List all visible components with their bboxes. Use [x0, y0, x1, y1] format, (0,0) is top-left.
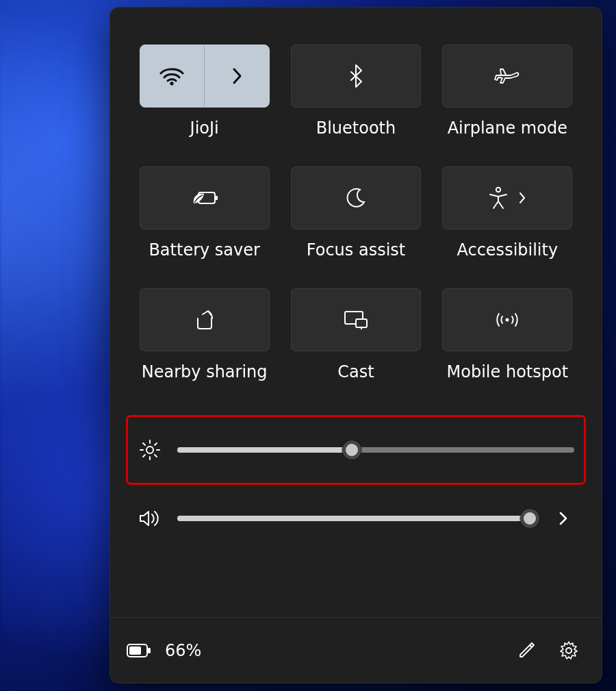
battery-percent-text: 66%	[165, 641, 201, 660]
svg-point-8	[146, 447, 153, 453]
wifi-label: JioJi	[190, 118, 219, 138]
wifi-expand-button[interactable]	[205, 45, 269, 107]
focus-assist-tile[interactable]	[291, 166, 421, 229]
quick-settings-panel: JioJi Bluetooth Airpla	[110, 7, 602, 683]
brightness-icon	[138, 439, 162, 461]
tile-wrap-accessibility: Accessibility	[441, 166, 574, 280]
nearby-sharing-tile[interactable]	[140, 288, 270, 351]
wifi-tile[interactable]	[140, 45, 270, 108]
svg-line-14	[155, 455, 157, 457]
nearby-sharing-label: Nearby sharing	[142, 362, 268, 381]
battery-saver-tile[interactable]	[140, 166, 270, 229]
brightness-slider-row	[127, 416, 585, 484]
mobile-hotspot-label: Mobile hotspot	[447, 362, 569, 381]
share-icon	[193, 309, 216, 331]
focus-assist-label: Focus assist	[307, 240, 405, 260]
tile-wrap-battery-saver: Battery saver	[138, 166, 271, 280]
leaf-battery-icon	[190, 188, 219, 208]
sliders-section	[110, 402, 602, 553]
battery-saver-label: Battery saver	[149, 240, 260, 260]
brightness-slider-fill	[177, 447, 352, 453]
settings-button[interactable]	[552, 634, 585, 667]
moon-icon	[345, 187, 367, 209]
accessibility-tile[interactable]	[442, 166, 572, 229]
svg-point-7	[506, 318, 509, 322]
cast-label: Cast	[337, 362, 374, 381]
svg-point-3	[496, 188, 500, 192]
tile-wrap-bluetooth: Bluetooth	[289, 45, 422, 158]
svg-rect-6	[361, 327, 362, 329]
tile-wrap-wifi: JioJi	[138, 45, 271, 158]
accessibility-label: Accessibility	[457, 240, 558, 260]
volume-slider[interactable]	[177, 516, 537, 521]
gear-icon	[559, 640, 579, 661]
svg-rect-19	[129, 646, 141, 655]
volume-slider-fill	[177, 516, 530, 521]
tile-wrap-airplane: Airplane mode	[441, 45, 574, 158]
volume-slider-row	[127, 484, 585, 553]
volume-icon	[138, 508, 162, 529]
tile-wrap-hotspot: Mobile hotspot	[441, 288, 574, 402]
cast-tile[interactable]	[291, 288, 421, 351]
wifi-icon	[159, 66, 185, 86]
mobile-hotspot-tile[interactable]	[442, 288, 572, 351]
tile-wrap-cast: Cast	[289, 288, 422, 402]
svg-rect-2	[215, 196, 218, 200]
bluetooth-tile[interactable]	[291, 45, 421, 108]
quick-settings-footer: 66%	[110, 617, 602, 683]
wifi-toggle[interactable]	[140, 45, 205, 107]
svg-rect-18	[148, 648, 151, 653]
quick-settings-tiles: JioJi Bluetooth Airpla	[110, 8, 602, 402]
cast-icon	[342, 310, 370, 330]
hotspot-icon	[493, 310, 521, 330]
pencil-icon	[517, 641, 536, 660]
airplane-mode-label: Airplane mode	[448, 118, 567, 138]
airplane-mode-tile[interactable]	[442, 45, 572, 108]
bluetooth-icon	[348, 64, 363, 88]
chevron-right-icon	[231, 66, 243, 86]
svg-rect-5	[356, 319, 367, 327]
svg-line-16	[155, 443, 157, 445]
accessibility-icon	[488, 186, 509, 210]
airplane-icon	[494, 64, 520, 88]
volume-slider-thumb[interactable]	[520, 509, 539, 528]
svg-point-0	[170, 82, 174, 86]
bluetooth-label: Bluetooth	[316, 118, 396, 138]
svg-point-20	[566, 648, 572, 653]
tile-wrap-focus-assist: Focus assist	[289, 166, 422, 280]
volume-output-button[interactable]	[552, 510, 574, 527]
svg-line-15	[143, 455, 145, 457]
brightness-slider-thumb[interactable]	[342, 440, 361, 460]
tile-wrap-nearby-sharing: Nearby sharing	[138, 288, 271, 402]
edit-quick-settings-button[interactable]	[510, 634, 543, 667]
chevron-right-icon	[518, 191, 526, 205]
brightness-slider[interactable]	[177, 447, 574, 453]
battery-icon	[127, 643, 151, 658]
chevron-right-icon	[559, 510, 568, 527]
svg-line-13	[143, 443, 145, 445]
